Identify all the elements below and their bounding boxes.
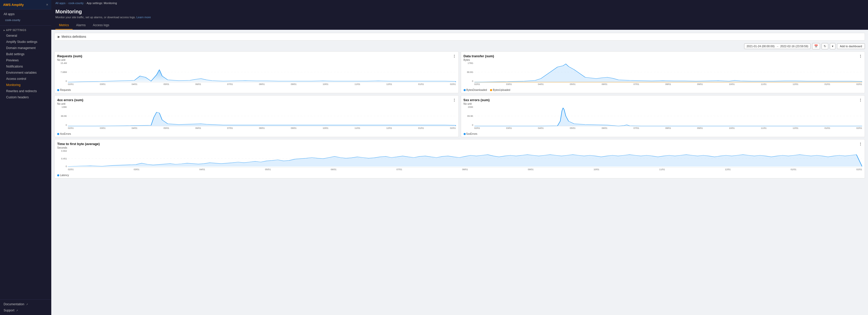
calendar-button[interactable]: 📅 [812, 43, 820, 49]
errors-4xx-legend: 4xxErrors [57, 133, 456, 135]
errors-5xx-y-max: 200K [464, 106, 474, 108]
sidebar-header: AWS Amplify × [0, 0, 51, 9]
close-sidebar-button[interactable]: × [46, 3, 48, 7]
ttfb-legend: Latency [57, 174, 862, 177]
sidebar-item-access-control[interactable]: Access control [0, 76, 51, 82]
tab-metrics[interactable]: Metrics [55, 21, 72, 30]
bytes-uploaded-legend-dot [490, 89, 492, 91]
external-link-icon: ↗ [26, 303, 28, 306]
date-range-arrow: → [776, 45, 779, 48]
errors-5xx-legend-dot [464, 133, 466, 135]
date-end: 2022-02-16 (23:59:59) [780, 45, 808, 48]
errors-4xx-x-labels: 02/01 03/01 04/01 05/01 06/01 07/01 08/0… [68, 127, 456, 132]
bytes-uploaded-legend-item: BytesUploaded [490, 89, 510, 91]
external-link-icon-2: ↗ [16, 309, 18, 312]
app-settings-arrow: ▸ [4, 29, 5, 32]
metrics-definitions-bar[interactable]: ▶ Metrics definitions [54, 33, 865, 40]
requests-chart-area: 15.4M 7.68M 0 [57, 62, 456, 88]
ttfb-y-zero: 0 [57, 165, 68, 168]
data-transfer-svg [474, 62, 862, 82]
errors-5xx-svg [474, 106, 862, 126]
content-area: ▶ Metrics definitions 2021-01-24 (00:00:… [51, 30, 868, 315]
data-transfer-y-mid: 88.8G [464, 71, 474, 74]
data-transfer-y-labels: 178G 88.8G 0 [464, 62, 474, 82]
sidebar-item-custom-headers[interactable]: Custom headers [0, 94, 51, 101]
sidebar-bottom: Documentation ↗ Support ↗ [0, 299, 51, 315]
bytes-downloaded-legend-dot [464, 89, 466, 91]
sidebar-item-notifications[interactable]: Notifications [0, 63, 51, 69]
ttfb-chart-inner [68, 150, 862, 168]
sidebar-app-name[interactable]: cook-county [0, 17, 51, 23]
requests-y-labels: 15.4M 7.68M 0 [57, 62, 68, 82]
charts-grid-middle: 4xx errors (sum) ⋮ No unit 138K 68.8K 0 [54, 95, 865, 137]
sidebar-item-rewrites-redirects[interactable]: Rewrites and redirects [0, 88, 51, 94]
requests-chart-inner [68, 62, 456, 82]
data-transfer-legend: BytesDownloaded BytesUploaded [464, 89, 862, 91]
settings-button[interactable]: ▾ [830, 43, 835, 49]
ttfb-chart-menu[interactable]: ⋮ [859, 142, 862, 146]
ttfb-svg [68, 150, 862, 168]
sidebar-item-previews[interactable]: Previews [0, 57, 51, 63]
ttfb-y-mid: 0.451 [57, 158, 68, 160]
main-content: All apps › cook-county › App settings: M… [51, 0, 868, 315]
sidebar-item-amplify-studio-settings[interactable]: Amplify Studio settings [0, 39, 51, 45]
requests-svg [68, 62, 456, 82]
data-transfer-unit: Bytes [464, 59, 862, 61]
requests-unit: No unit [57, 59, 456, 61]
requests-chart-menu[interactable]: ⋮ [453, 54, 456, 58]
ttfb-chart-title: Time to first byte (average) ⋮ [57, 142, 862, 146]
requests-y-mid: 7.68M [57, 71, 68, 74]
errors-4xx-chart-area: 138K 68.8K 0 02/01 03/01 [57, 106, 456, 132]
app-settings-section-label: ▸ App settings [0, 27, 51, 33]
errors-5xx-chart-card: 5xx errors (sum) ⋮ No unit 200K 99.9K 0 [461, 95, 865, 137]
errors-4xx-chart-menu[interactable]: ⋮ [453, 98, 456, 102]
breadcrumb-app[interactable]: cook-county [68, 2, 84, 5]
requests-y-zero: 0 [57, 80, 68, 82]
ttfb-chart-card: Time to first byte (average) ⋮ Seconds 0… [54, 139, 865, 178]
sidebar-item-domain-management[interactable]: Domain management [0, 45, 51, 51]
requests-y-max: 15.4M [57, 62, 68, 64]
sidebar-item-build-settings[interactable]: Build settings [0, 51, 51, 57]
ttfb-y-max: 0.902 [57, 150, 68, 152]
sidebar-item-all-apps[interactable]: All apps [0, 11, 51, 17]
tab-access-logs[interactable]: Access logs [89, 21, 113, 30]
breadcrumb-all-apps[interactable]: All apps [55, 2, 65, 5]
errors-5xx-x-labels: 02/01 03/01 04/01 05/01 06/01 07/01 08/0… [474, 127, 862, 132]
data-transfer-chart-area: 178G 88.8G 0 [464, 62, 862, 88]
errors-5xx-chart-menu[interactable]: ⋮ [859, 98, 862, 102]
tab-alarms[interactable]: Alarms [72, 21, 89, 30]
add-to-dashboard-button[interactable]: Add to dashboard [837, 44, 865, 49]
errors-4xx-y-max: 138K [57, 106, 68, 108]
sidebar-item-monitoring[interactable]: Monitoring [0, 82, 51, 88]
sidebar-item-general[interactable]: General [0, 33, 51, 39]
breadcrumb-sep-2: › [85, 2, 86, 5]
errors-5xx-chart-title: 5xx errors (sum) ⋮ [464, 98, 862, 102]
requests-chart-title: Requests (sum) ⋮ [57, 54, 456, 58]
ttfb-unit: Seconds [57, 146, 862, 149]
date-range-picker[interactable]: 2021-01-24 (00:00:00) → 2022-02-16 (23:5… [744, 44, 811, 49]
ttfb-chart-area: 0.902 0.451 0 02/01 03/01 04/01 [57, 150, 862, 173]
errors-5xx-y-zero: 0 [464, 124, 474, 126]
learn-more-link[interactable]: Learn more [136, 16, 151, 19]
data-transfer-chart-menu[interactable]: ⋮ [859, 54, 862, 58]
sidebar-item-support[interactable]: Support ↗ [0, 307, 51, 313]
errors-4xx-chart-title: 4xx errors (sum) ⋮ [57, 98, 456, 102]
requests-legend-item: Requests [57, 89, 71, 91]
breadcrumb-current: App settings: Monitoring [87, 2, 117, 5]
charts-grid-top: Requests (sum) ⋮ No unit 15.4M 7.68M 0 [54, 51, 865, 93]
errors-5xx-chart-area: 200K 99.9K 0 02/01 03/01 [464, 106, 862, 132]
sidebar-item-environment-variables[interactable]: Environment variables [0, 69, 51, 76]
data-transfer-chart-inner [474, 62, 862, 82]
sidebar: AWS Amplify × All apps cook-county ▸ App… [0, 0, 51, 315]
breadcrumb-sep-1: › [66, 2, 67, 5]
date-start: 2021-01-24 (00:00:00) [746, 45, 774, 48]
refresh-button[interactable]: ↻ [822, 43, 828, 49]
sidebar-item-documentation[interactable]: Documentation ↗ [0, 301, 51, 307]
data-transfer-chart-card: Data transfer (sum) ⋮ Bytes 178G 88.8G 0 [461, 51, 865, 93]
requests-x-labels: 02/01 03/01 04/01 05/01 06/01 07/01 08/0… [68, 83, 456, 88]
ttfb-legend-item: Latency [57, 174, 69, 177]
errors-4xx-y-labels: 138K 68.8K 0 [57, 106, 68, 126]
errors-4xx-chart-card: 4xx errors (sum) ⋮ No unit 138K 68.8K 0 [54, 95, 459, 137]
errors-4xx-legend-item: 4xxErrors [57, 133, 71, 135]
errors-4xx-legend-dot [57, 133, 59, 135]
